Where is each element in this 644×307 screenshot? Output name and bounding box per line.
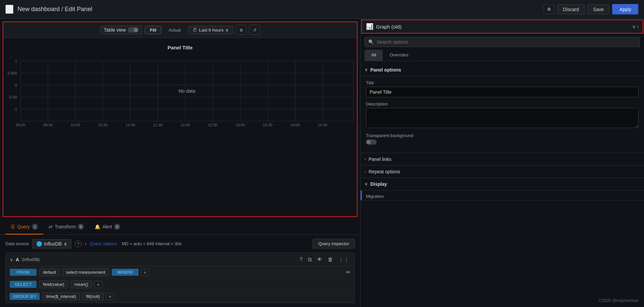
tab-overrides[interactable]: Overrides xyxy=(383,50,415,61)
display-section[interactable]: ∨ Display xyxy=(361,178,644,190)
query-content: Data source InfluxDB ∨ ? › Query options… xyxy=(0,235,360,307)
tab-query[interactable]: ☰ Query 1 xyxy=(5,220,43,234)
panel-links-label: Panel links xyxy=(369,157,391,162)
select-field-value[interactable]: field(value) xyxy=(39,280,68,288)
group-plus-button[interactable]: + xyxy=(106,293,114,300)
query-copy-button[interactable]: ⧉ xyxy=(307,256,313,263)
panel-type-chevron-down[interactable]: ∨ xyxy=(632,24,636,29)
transparent-bg-toggle-row xyxy=(366,139,639,145)
query-help-button[interactable]: ? xyxy=(298,256,304,263)
panel-links-chevron: › xyxy=(365,157,366,162)
datasource-row: Data source InfluxDB ∨ ? › Query options… xyxy=(5,239,355,249)
transparent-bg-toggle[interactable] xyxy=(366,139,377,145)
description-textarea[interactable] xyxy=(366,108,639,128)
title-input[interactable] xyxy=(366,87,639,97)
from-measurement-value[interactable]: select measurement xyxy=(62,268,109,276)
query-options-label: Query options xyxy=(90,241,117,246)
from-label[interactable]: FROM xyxy=(10,269,37,276)
repeat-options-label: Repeat options xyxy=(369,169,400,174)
svg-text:14:00: 14:00 xyxy=(290,123,300,127)
time-icon: ⏱ xyxy=(193,28,197,33)
table-view-pill[interactable] xyxy=(128,27,139,33)
panel-type-label: Graph (old) xyxy=(376,24,401,30)
query-inspector-button[interactable]: Query inspector xyxy=(313,239,355,249)
header-right: ⚙ Discard Save Apply xyxy=(543,4,639,15)
from-edit-button[interactable]: ✏ xyxy=(346,269,351,275)
group-time-value[interactable]: time($_interval) xyxy=(42,293,80,300)
search-input-wrap[interactable]: 🔍 xyxy=(365,37,640,47)
title-group: Title xyxy=(366,80,639,97)
discard-button[interactable]: Discard xyxy=(557,4,585,14)
where-label[interactable]: WHERE xyxy=(112,269,139,276)
tabs-row: ☰ Query 1 ⇄ Transform 0 🔔 Alert 0 xyxy=(0,220,360,235)
tab-transform-label: Transform xyxy=(55,224,76,229)
query-visibility-button[interactable]: 👁 xyxy=(316,256,324,263)
repeat-options-section[interactable]: › Repeat options xyxy=(361,166,644,178)
group-fill-value[interactable]: fill(null) xyxy=(83,293,104,300)
panel-options-section: ∨ Panel options Title Description Transp… xyxy=(361,64,644,153)
save-button[interactable]: Save xyxy=(587,4,609,14)
query-block-a: ∨ A (InfluxDB) ? ⧉ 👁 🗑 ⋮⋮ FROM xyxy=(5,253,355,303)
zoom-button[interactable]: ⊕ xyxy=(236,25,247,35)
display-content: Migration xyxy=(362,190,388,200)
table-view-toggle[interactable]: Table view xyxy=(100,26,142,34)
chart-svg: 1 0.500 0 -0.50 -1 09:00 09:30 10:00 10:… xyxy=(3,52,357,132)
query-row-groupby: GROUP BY time($_interval) fill(null) + xyxy=(6,291,355,303)
panel-type-chevron-right[interactable]: › xyxy=(637,24,639,29)
svg-text:09:00: 09:00 xyxy=(16,123,25,127)
actual-button[interactable]: Actual xyxy=(164,26,185,34)
where-plus-button[interactable]: + xyxy=(141,269,149,276)
transform-icon: ⇄ xyxy=(49,224,53,229)
chevron-down-icon: ∨ xyxy=(64,241,67,247)
select-fn-value[interactable]: mean() xyxy=(71,280,92,288)
description-group: Description xyxy=(366,101,639,129)
panel-type-actions: ∨ › xyxy=(632,24,639,29)
collapse-icon[interactable]: ∨ xyxy=(10,257,13,262)
svg-text:1: 1 xyxy=(15,59,17,63)
chart-toolbar: Table view Fill Actual ⏱ Last 6 hours ∨ … xyxy=(3,22,357,38)
zoom-icon: ⊕ xyxy=(239,28,243,33)
left-panel: Table view Fill Actual ⏱ Last 6 hours ∨ … xyxy=(0,19,361,307)
repeat-options-chevron: › xyxy=(365,169,366,174)
description-label: Description xyxy=(366,101,639,106)
table-view-label: Table view xyxy=(104,27,126,33)
select-label[interactable]: SELECT xyxy=(10,281,37,288)
query-options-link[interactable]: Query options xyxy=(90,241,117,246)
query-delete-button[interactable]: 🗑 xyxy=(326,256,334,263)
chart-canvas: Panel Title xyxy=(3,38,357,132)
panel-links-section[interactable]: › Panel links xyxy=(361,153,644,166)
tab-alert-label: Alert xyxy=(102,224,112,229)
help-button[interactable]: ? xyxy=(75,240,82,247)
panel-options-header[interactable]: ∨ Panel options xyxy=(361,64,644,76)
apply-button[interactable]: Apply xyxy=(612,4,639,15)
tab-all[interactable]: All xyxy=(365,50,383,61)
svg-text:12:00: 12:00 xyxy=(180,123,190,127)
svg-text:14:30: 14:30 xyxy=(318,123,327,127)
select-plus-button[interactable]: + xyxy=(94,281,103,288)
panel-options-chevron: ∨ xyxy=(365,68,368,72)
transparent-bg-group: Transparent background xyxy=(366,133,639,145)
refresh-button[interactable]: ↺ xyxy=(249,25,260,35)
svg-text:09:30: 09:30 xyxy=(43,123,53,127)
group-by-label[interactable]: GROUP BY xyxy=(10,293,40,300)
time-range-button[interactable]: ⏱ Last 6 hours ∨ xyxy=(188,26,233,34)
chevron-down-icon: ∨ xyxy=(225,28,229,33)
migration-label: Migration xyxy=(366,190,384,200)
back-button[interactable]: ← xyxy=(5,5,13,14)
query-block-type: (InfluxDB) xyxy=(22,257,40,262)
graph-old-icon: 📊 xyxy=(366,23,373,30)
migration-row: Migration xyxy=(361,190,644,201)
from-default-value[interactable]: default xyxy=(39,268,60,276)
datasource-select[interactable]: InfluxDB ∨ xyxy=(32,239,71,249)
search-input[interactable] xyxy=(377,39,636,45)
panel-type-header: 📊 Graph (old) ∨ › xyxy=(361,19,643,34)
top-header: ← New dashboard / Edit Panel ⚙ Discard S… xyxy=(0,0,644,19)
svg-text:10:00: 10:00 xyxy=(71,123,80,127)
svg-text:11:00: 11:00 xyxy=(126,123,135,127)
tab-alert[interactable]: 🔔 Alert 0 xyxy=(89,220,125,234)
header-left: ← New dashboard / Edit Panel xyxy=(5,5,92,14)
fill-button[interactable]: Fill xyxy=(145,26,161,34)
tab-transform[interactable]: ⇄ Transform 0 xyxy=(43,220,89,234)
query-drag-button[interactable]: ⋮⋮ xyxy=(337,256,351,263)
settings-button[interactable]: ⚙ xyxy=(543,4,555,14)
